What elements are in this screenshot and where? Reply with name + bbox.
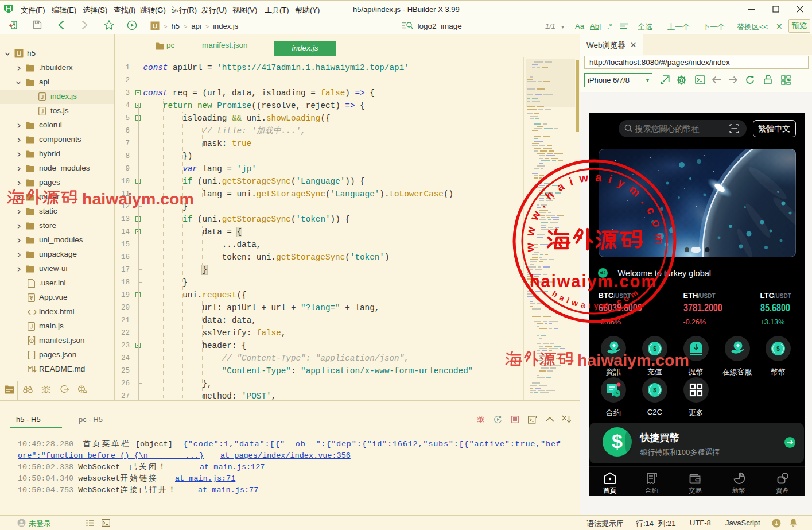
svg-text:haiwaiym.com: haiwaiym.com [577,351,689,369]
svg-text:www.haiwaiym.com: www.haiwaiym.com [523,171,666,253]
svg-text:$: $ [653,387,656,393]
svg-text:$: $ [777,345,780,351]
svg-text:haiwaiym.com: haiwaiym.com [530,272,657,291]
svg-text:haiwaiym.com: haiwaiym.com [82,189,194,208]
